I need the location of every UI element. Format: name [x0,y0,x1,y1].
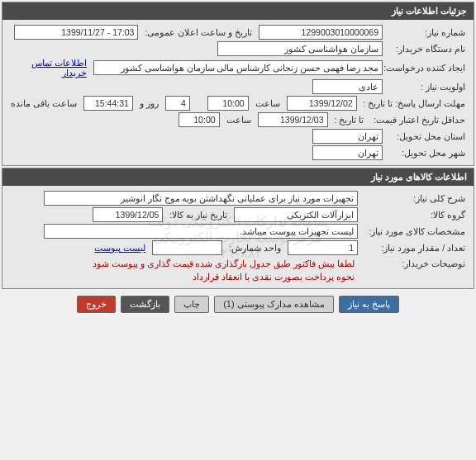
action-bar: خروج بازگشت چاپ مشاهده مدارک پیوستی (1) … [0,291,476,318]
group-label: گروه کالا: [361,208,469,221]
validity-date-field: 1399/12/03 [258,112,328,127]
notes-line1: لطفا پیش فاکتور طبق جدول بارگذاری شده قی… [89,257,358,270]
panel2-body: سامانه تدارکات الکترونیکی دولت مرکز توسع… [2,186,474,288]
spec-field: لیست تجهیزات پیوست میباشد. [44,224,358,239]
group-field: ابزارآلات الکتریکی [234,207,358,222]
need-date-field: 1399/12/05 [93,207,163,222]
panel1-body: شماره نیاز: 1299003010000069 تاریخ و ساع… [2,20,474,165]
validity-to-label: تا تاریخ : [331,113,368,126]
buyer-org-field: سازمان هواشناسی کشور [217,41,383,56]
attachment-list-link[interactable]: لیست پیوست [91,243,149,253]
announce-label: تاریخ و ساعت اعلان عمومی: [141,26,255,39]
need-number-field: 1299003010000069 [259,25,383,40]
validity-time-field: 10:00 [178,112,220,127]
city-label: شهر محل تحویل: [386,146,469,159]
unit-label: واحد شمارش: [226,241,284,254]
buyer-contact-link[interactable]: اطلاعات تماس خریدار [7,58,90,78]
back-button[interactable]: بازگشت [121,296,169,313]
buyer-notes: لطفا پیش فاکتور طبق جدول بارگذاری شده قی… [89,257,358,283]
view-attachments-button[interactable]: مشاهده مدارک پیوستی (1) [214,296,334,313]
days-remaining-field: 4 [165,96,190,111]
need-number-label: شماره نیاز: [386,26,469,39]
need-date-label: تاریخ نیاز به کالا: [166,208,231,221]
time-label-1: ساعت [252,97,283,110]
qty-field: 1 [288,240,358,255]
priority-label: اولویت نیاز : [386,80,469,93]
goods-info-panel: اطلاعات کالاهای مورد نیاز سامانه تدارکات… [2,168,474,289]
panel1-header: جزئیات اطلاعات نیاز [2,2,474,20]
respond-button[interactable]: پاسخ به نیاز [339,296,399,313]
deadline-time-field: 10:00 [207,96,249,111]
remaining-label: ساعت باقی مانده [7,97,80,110]
unit-field [152,240,222,255]
province-field: تهران [312,129,383,144]
priority-field: عادی [312,79,383,94]
notes-line2: نحوه پرداخت بصورت نقدی با انعقاد قرارداد [89,270,358,283]
announce-field: 17:03 - 1399/11/27 [14,25,138,40]
exit-button[interactable]: خروج [77,296,116,313]
days-label: روز و [136,97,162,110]
qty-label: تعداد / مقدار مورد نیاز: [361,241,469,254]
time-remaining-field: 15:44:31 [83,96,133,111]
panel2-header: اطلاعات کالاهای مورد نیاز [2,168,474,186]
deadline-date-field: 1399/12/02 [287,96,357,111]
city-field: تهران [312,145,383,160]
requester-label: ایجاد کننده درخواست: [386,61,469,74]
buyer-org-label: نام دستگاه خریدار: [386,42,469,55]
requester-field: مجد رضا فهمی حسن زنجانی کارشناس مالی ساز… [93,60,383,75]
deadline-label: مهلت ارسال پاسخ: تا تاریخ : [360,97,469,110]
desc-label: شرح کلی نیاز: [361,192,469,205]
desc-field: تجهیزات مورد نیاز برای عملیاتی نگهداشتن … [44,191,358,206]
need-details-panel: جزئیات اطلاعات نیاز شماره نیاز: 12990030… [2,2,474,166]
province-label: استان محل تحویل: [386,130,469,143]
validity-label: حداقل تاریخ اعتبار قیمت: [370,113,469,126]
spec-label: مشخصات کالای مورد نیاز: [361,225,469,238]
time-label-2: ساعت [223,113,255,126]
print-button[interactable]: چاپ [174,296,209,313]
notes-label: توضیحات خریدار: [361,257,469,270]
